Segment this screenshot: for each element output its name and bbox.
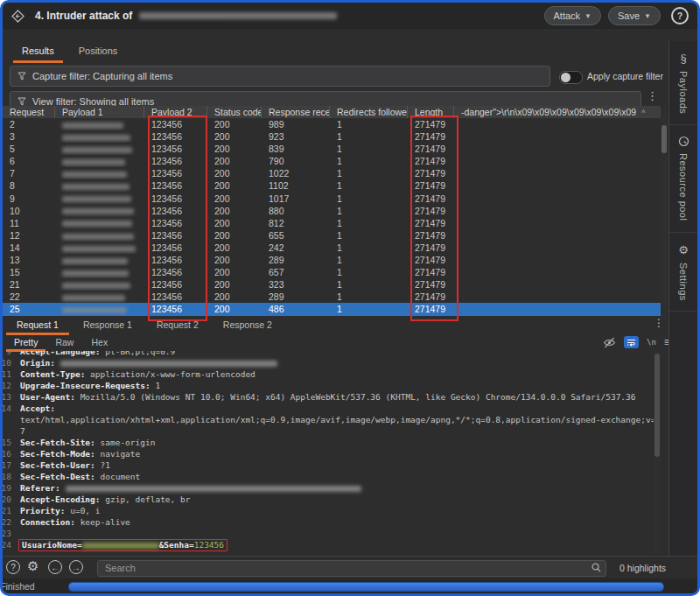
cell-status-code: 200 [207,167,262,179]
table-row[interactable]: 22 123456 200 289 1 271479 [3,291,661,303]
table-row[interactable]: 21 123456 200 323 1 271479 [3,278,661,291]
column-header[interactable]: Status code [207,106,262,118]
cell-status-code: 200 [207,143,262,155]
editor-line: 18Sec-Fetch-Dest: document [3,471,654,482]
table-row[interactable]: 7 123456 200 1022 1 271479 [3,167,661,179]
soft-wrap-icon[interactable] [624,336,639,348]
previous-match-arrow-icon[interactable]: ← [48,560,62,574]
tab-positions[interactable]: Positions [70,43,127,63]
chevron-down-icon: ▼ [584,12,592,20]
message-tab-request-1[interactable]: Request 1 [6,318,69,335]
attack-button[interactable]: Attack▼ [544,6,602,25]
column-header[interactable]: Length [408,106,454,118]
help-icon[interactable]: ? [671,7,689,25]
column-header[interactable]: Request [3,106,55,118]
column-header[interactable]: Response received [262,106,330,118]
cell-payload1 [55,167,144,179]
editor-toolbar-icons: \n ≡ [603,336,670,348]
code-text: User-Agent: [20,392,75,402]
cell-length: 271479 [408,179,454,192]
line-number: 22 [3,516,14,528]
column-header[interactable]: Payload 1 [55,106,144,118]
right-sidebar: § Payloads Resource pool ⚙ Settings [668,41,697,556]
save-button[interactable]: Save▼ [608,6,661,25]
pop-in-icon[interactable] [11,10,24,23]
table-row[interactable]: 25 123456 200 486 1 271479 [3,303,661,315]
cell-payload1 [55,143,144,155]
table-row[interactable]: 6 123456 200 790 1 271479 [3,155,661,167]
table-row[interactable]: 9 123456 200 1017 1 271479 [3,193,661,205]
cell-status-code: 200 [207,242,262,254]
table-row[interactable]: 15 123456 200 657 1 271479 [3,266,661,278]
message-tab-request-2[interactable]: Request 2 [146,318,209,335]
hide-nonprinting-eye-off-icon[interactable] [603,337,616,348]
line-number: 13 [3,391,14,403]
editor-tab-raw[interactable]: Raw [47,336,81,352]
cell-redirects-followed: 1 [330,143,408,155]
cell-status-code: 200 [207,193,262,205]
cell-status-code: 200 [207,291,262,303]
cell-length: 271479 [408,205,454,217]
request-editor[interactable]: 9Accept-Language: pt-BR,pt;q=0.910Origin… [3,351,654,554]
table-row[interactable]: 13 123456 200 289 1 271479 [3,254,661,266]
cell-grep-extract [454,155,661,167]
cell-length: 271479 [408,167,454,179]
cell-redirects-followed: 1 [330,205,408,217]
table-row[interactable]: 5 123456 200 839 1 271479 [3,143,661,155]
column-header[interactable]: Redirects followed [330,106,408,118]
sidebar-item-resource-pool[interactable]: Resource pool [669,125,697,232]
sidebar-item-payloads[interactable]: § Payloads [669,41,697,125]
redacted-target-url [139,12,337,19]
editor-tab-hex[interactable]: Hex [83,336,116,352]
cell-request: 5 [3,143,55,155]
table-row[interactable]: 12 123456 200 655 1 271479 [3,229,661,242]
column-header[interactable]: -danger">\r\n\x09\x09\x09\x09\x09\x09\x0… [454,106,661,118]
cell-payload2: 123456 [144,291,207,303]
editor-view-tabs: PrettyRawHex [6,336,116,352]
next-match-arrow-icon[interactable]: → [69,560,83,574]
cell-status-code: 200 [207,118,262,130]
message-tabs-menu-icon[interactable]: ⋮ [654,320,662,326]
code-text [60,483,66,493]
cell-status-code: 200 [207,303,262,315]
results-table-header[interactable]: RequestPayload 1Payload 2Status codeResp… [3,106,661,118]
newline-characters-icon[interactable]: \n [647,338,656,347]
sidebar-item-settings[interactable]: ⚙ Settings [669,233,697,312]
table-scrollbar[interactable] [661,106,668,318]
editor-scrollbar-thumb[interactable] [654,354,660,457]
cell-payload1 [55,291,144,303]
table-row[interactable]: 8 123456 200 1102 1 271479 [3,179,661,192]
table-scrollbar-thumb[interactable] [662,125,667,153]
code-text: application/x-www-form-urlencoded [85,369,255,379]
apply-capture-filter-toggle[interactable] [559,71,583,84]
redacted-payload1 [62,258,128,264]
capture-filter-bar[interactable]: Capture filter: Capturing all items [10,66,550,87]
table-row[interactable]: 11 123456 200 812 1 271479 [3,217,661,229]
section-sign-icon: § [680,52,686,65]
editor-tab-pretty[interactable]: Pretty [6,336,46,352]
editor-scrollbar[interactable] [654,351,661,554]
search-input[interactable] [97,560,606,577]
view-filter-menu-icon[interactable]: ⋮ [647,93,657,99]
redacted-payload1 [62,270,129,277]
cell-payload1 [55,130,144,143]
table-row[interactable]: 14 123456 200 242 1 271479 [3,242,661,254]
search-settings-gear-icon[interactable]: ⚙ [27,558,38,574]
filter-funnel-icon [18,72,26,81]
redacted-payload1 [62,159,125,165]
message-tab-response-1[interactable]: Response 1 [73,318,143,335]
cell-status-code: 200 [207,130,262,143]
tab-results[interactable]: Results [13,43,63,63]
column-header[interactable]: Payload 2 [144,106,207,118]
search-help-icon[interactable]: ? [6,560,20,574]
table-row[interactable]: 10 123456 200 880 1 271479 [3,205,661,217]
editor-line: 21Priority: u=0, i [3,505,654,516]
code-text: Accept: [20,403,55,413]
table-row[interactable]: 2 123456 200 989 1 271479 [3,118,661,130]
cell-payload1 [55,217,144,229]
cell-redirects-followed: 1 [330,242,408,254]
cell-status-code: 200 [207,254,262,266]
message-tab-response-2[interactable]: Response 2 [213,318,283,335]
cell-response-received: 289 [262,254,330,266]
table-row[interactable]: 3 123456 200 923 1 271479 [3,130,661,143]
